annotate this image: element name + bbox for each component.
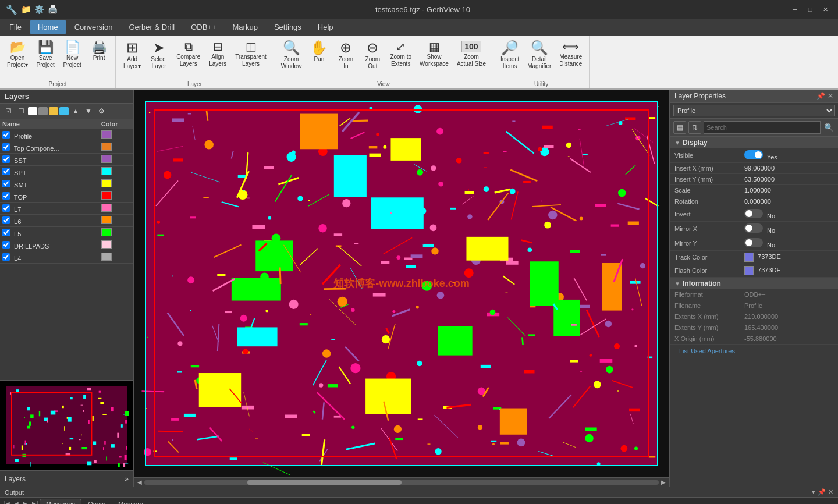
layer-row[interactable]: L5 (0, 227, 133, 239)
layer-color-swatch[interactable] (101, 204, 112, 212)
layer-visibility-check[interactable] (2, 155, 10, 163)
tab-query[interactable]: Query (81, 499, 112, 504)
expand-button[interactable]: » (125, 475, 129, 483)
save-project-button[interactable]: 💾 SaveProject (33, 38, 58, 71)
tab-measure[interactable]: Measure (112, 499, 150, 504)
layer-row[interactable]: TOP (0, 190, 133, 203)
layer-row[interactable]: SST (0, 154, 133, 166)
inspect-items-button[interactable]: 🔎 InspectItems (497, 38, 523, 72)
track-color-swatch[interactable] (744, 253, 754, 262)
layer-visibility-check[interactable] (2, 168, 10, 175)
align-layers-button[interactable]: ⊟ AlignLayers (205, 38, 230, 70)
layer-color-swatch[interactable] (101, 179, 112, 187)
layer-tool-uncheck[interactable]: ☐ (15, 105, 27, 117)
list-apertures-link[interactable]: List Used Apertures (674, 345, 740, 357)
layer-tool-col1[interactable] (49, 107, 58, 115)
transparent-layers-button[interactable]: ◫ TransparentLayers (232, 38, 270, 70)
layer-tool-col2[interactable] (59, 107, 69, 115)
props-search-icon[interactable]: 🔍 (823, 122, 835, 133)
output-nav-next[interactable]: ▶ (21, 499, 30, 504)
mirror-x-toggle[interactable] (744, 223, 763, 233)
layer-visibility-check[interactable] (2, 229, 10, 236)
measure-distance-button[interactable]: ⟺ MeasureDistance (556, 38, 585, 70)
open-project-button[interactable]: 📂 OpenProject▾ (3, 38, 31, 71)
profile-select[interactable]: Profile (673, 105, 835, 116)
pcb-canvas[interactable]: 知软博客-www.zhiboke.com (134, 90, 669, 477)
layer-visibility-check[interactable] (2, 180, 10, 187)
zoom-in-button[interactable]: ⊕ ZoomIn (333, 38, 358, 72)
info-section-header[interactable]: ▼ Information (670, 278, 838, 289)
menu-settings[interactable]: Settings (266, 20, 310, 34)
layer-visibility-check[interactable] (2, 241, 10, 249)
select-layer-button[interactable]: ➤ SelectLayer (146, 38, 172, 72)
scroll-thumb-h[interactable] (247, 480, 402, 485)
layer-move-up[interactable]: ▲ (70, 105, 81, 117)
layer-color-swatch[interactable] (101, 240, 112, 249)
menu-conversion[interactable]: Conversion (66, 20, 121, 34)
props-tool-1[interactable]: ▤ (673, 121, 686, 134)
layer-tool-white[interactable] (28, 107, 37, 115)
layer-color-swatch[interactable] (101, 130, 112, 139)
detail-magnifier-button[interactable]: 🔍 DetailMagnifier (524, 38, 555, 72)
layer-row[interactable]: SPT (0, 166, 133, 178)
layer-color-swatch[interactable] (101, 155, 112, 163)
layer-color-swatch[interactable] (101, 167, 112, 175)
menu-help[interactable]: Help (310, 20, 342, 34)
props-search-input[interactable] (704, 121, 821, 134)
print-button[interactable]: 🖨️ Print (86, 38, 112, 64)
menu-gerber-drill[interactable]: Gerber & Drill (120, 20, 183, 34)
output-close-icon[interactable]: ✕ (828, 488, 833, 496)
layer-row[interactable]: L6 (0, 215, 133, 227)
scroll-track-h[interactable] (144, 480, 659, 485)
minimize-button[interactable]: ─ (788, 3, 802, 15)
layer-visibility-check[interactable] (2, 131, 10, 139)
flash-color-swatch[interactable] (744, 266, 754, 275)
layer-row[interactable]: L4 (0, 251, 133, 264)
zoom-actual-button[interactable]: 100 ZoomActual Size (453, 38, 489, 70)
compare-layers-button[interactable]: ⧉ CompareLayers (173, 38, 204, 70)
scroll-left[interactable]: ◀ (135, 478, 144, 487)
invert-toggle[interactable] (744, 209, 763, 218)
output-pin-icon[interactable]: 📌 (818, 488, 826, 496)
new-project-button[interactable]: 📄 NewProject (59, 38, 85, 71)
props-pin-icon[interactable]: 📌 (816, 92, 825, 100)
props-tool-2[interactable]: ⇅ (688, 121, 701, 134)
show-workspace-button[interactable]: ▦ ShowWorkspace (416, 38, 452, 70)
pcb-main-canvas[interactable] (134, 90, 669, 477)
layer-visibility-check[interactable] (2, 204, 10, 212)
layer-row[interactable]: SMT (0, 178, 133, 190)
horizontal-scrollbar[interactable]: ◀ ▶ (134, 477, 669, 487)
menu-home[interactable]: Home (30, 20, 66, 34)
layer-color-swatch[interactable] (101, 253, 112, 261)
layer-visibility-check[interactable] (2, 192, 10, 200)
layer-settings[interactable]: ⚙ (95, 105, 107, 117)
layer-color-swatch[interactable] (101, 191, 112, 200)
visible-toggle[interactable] (744, 150, 763, 159)
layer-row[interactable]: Top Compone... (0, 141, 133, 154)
output-nav-last[interactable]: ▶| (30, 499, 40, 504)
layer-color-swatch[interactable] (101, 143, 112, 151)
close-button[interactable]: ✕ (818, 3, 832, 15)
output-nav-first[interactable]: |◀ (2, 499, 12, 504)
layer-tool-gray[interactable] (38, 107, 48, 115)
menu-markup[interactable]: Markup (225, 20, 266, 34)
display-section-header[interactable]: ▼ Display (670, 137, 838, 148)
menu-file[interactable]: File (1, 20, 30, 34)
layer-row[interactable]: DRILLPADS (0, 239, 133, 251)
output-arrow-icon[interactable]: ▾ (812, 488, 815, 496)
zoom-window-button[interactable]: 🔍 ZoomWindow (278, 38, 306, 72)
layer-visibility-check[interactable] (2, 143, 10, 151)
layer-color-swatch[interactable] (101, 216, 112, 224)
props-close-icon[interactable]: ✕ (828, 92, 833, 100)
layer-tool-check[interactable]: ☑ (2, 105, 14, 117)
zoom-extents-button[interactable]: ⤢ Zoom toExtents (386, 38, 415, 70)
menu-odb[interactable]: ODB++ (183, 20, 224, 34)
scroll-right[interactable]: ▶ (659, 478, 668, 487)
mirror-y-toggle[interactable] (744, 238, 763, 247)
pan-button[interactable]: ✋ Pan (306, 38, 332, 65)
maximize-button[interactable]: □ (803, 3, 817, 15)
layer-color-swatch[interactable] (101, 228, 112, 236)
layer-move-down[interactable]: ▼ (83, 105, 94, 117)
layer-row[interactable]: L7 (0, 203, 133, 215)
layer-row[interactable]: Profile (0, 129, 133, 141)
